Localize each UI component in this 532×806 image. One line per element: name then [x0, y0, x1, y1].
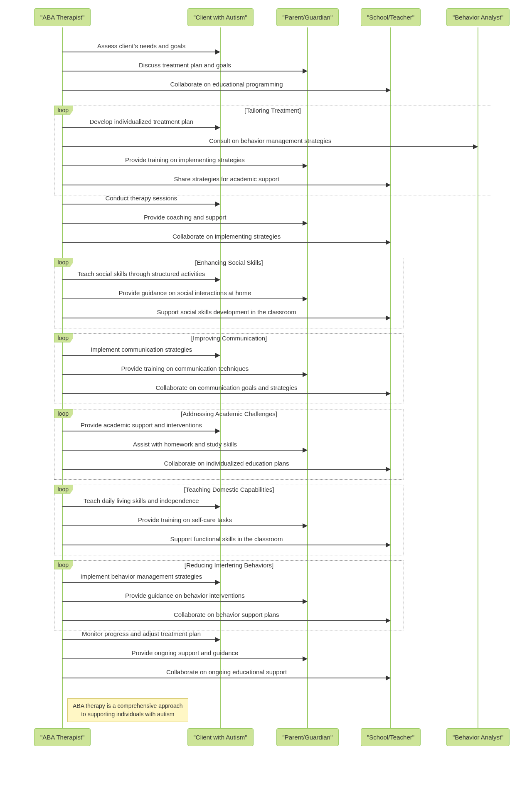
- message-arrow: [62, 450, 303, 451]
- message-label: Teach daily living skills and independen…: [84, 497, 199, 504]
- message-arrow: [62, 506, 216, 507]
- arrowhead-icon: [473, 144, 478, 149]
- message-arrow: [62, 279, 216, 280]
- arrowhead-icon: [386, 391, 391, 396]
- arrowhead-icon: [386, 182, 391, 187]
- arrowhead-icon: [386, 542, 391, 547]
- arrowhead-icon: [215, 277, 220, 282]
- message-arrow: [62, 639, 216, 640]
- arrowhead-icon: [386, 240, 391, 245]
- message-arrow: [62, 374, 303, 375]
- loop-title: [Improving Communication]: [191, 335, 267, 342]
- message-arrow: [62, 601, 303, 602]
- message-label: Discuss treatment plan and goals: [139, 62, 231, 69]
- message-arrow: [62, 525, 303, 526]
- arrowhead-icon: [386, 675, 391, 680]
- message-arrow: [62, 678, 387, 678]
- arrowhead-icon: [303, 69, 308, 74]
- message-label: Provide ongoing support and guidance: [132, 649, 239, 656]
- message-arrow: [62, 582, 216, 583]
- message-label: Implement communication strategies: [91, 346, 192, 353]
- message-label: Collaborate on ongoing educational suppo…: [166, 668, 287, 675]
- participant-teacher-top: "School/Teacher": [361, 8, 421, 26]
- message-arrow: [62, 127, 216, 128]
- arrowhead-icon: [386, 467, 391, 472]
- participant-analyst-top: "Behavior Analyst": [446, 8, 510, 26]
- arrowhead-icon: [303, 656, 308, 661]
- arrowhead-icon: [386, 618, 391, 623]
- message-arrow: [62, 469, 387, 470]
- message-label: Collaborate on communication goals and s…: [156, 384, 298, 391]
- message-arrow: [62, 71, 303, 71]
- message-label: Collaborate on behavior support plans: [174, 611, 279, 618]
- message-label: Provide coaching and support: [144, 214, 226, 221]
- message-arrow: [62, 393, 387, 394]
- arrowhead-icon: [215, 580, 220, 585]
- loop-tab: loop: [54, 333, 73, 343]
- loop-tab: loop: [54, 409, 73, 418]
- arrowhead-icon: [303, 372, 308, 377]
- message-arrow: [62, 620, 387, 621]
- arrowhead-icon: [303, 163, 308, 168]
- message-label: Develop individualized treatment plan: [90, 118, 193, 125]
- loop-title: [Teaching Domestic Capabilities]: [184, 486, 274, 493]
- arrowhead-icon: [215, 504, 220, 509]
- message-label: Conduct therapy sessions: [106, 195, 177, 202]
- arrowhead-icon: [303, 296, 308, 301]
- message-label: Collaborate on individualized education …: [164, 460, 289, 467]
- message-arrow: [62, 52, 216, 52]
- loop-title: [Enhancing Social Skills]: [195, 259, 263, 266]
- message-arrow: [62, 146, 474, 147]
- message-label: Assess client's needs and goals: [97, 42, 185, 49]
- message-arrow: [62, 90, 387, 91]
- loop-tab: loop: [54, 560, 73, 569]
- message-arrow: [62, 658, 303, 659]
- message-label: Consult on behavior management strategie…: [209, 137, 331, 144]
- diagram-note: ABA therapy is a comprehensive approacht…: [67, 698, 188, 722]
- message-arrow: [62, 165, 303, 166]
- arrowhead-icon: [303, 523, 308, 528]
- message-label: Support social skills development in the…: [157, 308, 296, 315]
- loop-title: [Tailoring Treatment]: [244, 107, 301, 114]
- participant-therapist-top: "ABA Therapist": [34, 8, 91, 26]
- participant-client-top: "Client with Autism": [187, 8, 254, 26]
- arrowhead-icon: [215, 49, 220, 54]
- message-label: Provide guidance on social interactions …: [119, 289, 251, 296]
- arrowhead-icon: [386, 88, 391, 93]
- loop-tab: loop: [54, 106, 73, 115]
- arrowhead-icon: [215, 353, 220, 358]
- message-arrow: [62, 223, 303, 224]
- message-label: Collaborate on implementing strategies: [172, 233, 281, 240]
- message-arrow: [62, 204, 216, 205]
- message-arrow: [62, 185, 387, 185]
- message-label: Provide training on implementing strateg…: [125, 156, 245, 163]
- message-label: Implement behavior management strategies: [81, 573, 202, 580]
- message-arrow: [62, 545, 387, 545]
- sequence-diagram: "ABA Therapist""Client with Autism""Pare…: [8, 8, 524, 749]
- arrowhead-icon: [215, 125, 220, 130]
- message-arrow: [62, 318, 387, 318]
- message-label: Teach social skills through structured a…: [78, 270, 205, 277]
- message-arrow: [62, 431, 216, 431]
- arrowhead-icon: [386, 315, 391, 320]
- participant-analyst-bottom: "Behavior Analyst": [446, 728, 510, 746]
- participant-therapist-bottom: "ABA Therapist": [34, 728, 91, 746]
- message-label: Provide academic support and interventio…: [81, 421, 202, 429]
- loop-tab: loop: [54, 258, 73, 267]
- message-label: Assist with homework and study skills: [133, 441, 237, 448]
- message-label: Provide training on communication techni…: [121, 365, 249, 372]
- arrowhead-icon: [215, 202, 220, 207]
- arrowhead-icon: [215, 429, 220, 434]
- message-label: Provide guidance on behavior interventio…: [125, 592, 245, 599]
- participant-parent-top: "Parent/Guardian": [276, 8, 339, 26]
- participant-teacher-bottom: "School/Teacher": [361, 728, 421, 746]
- message-label: Share strategies for academic support: [174, 175, 279, 182]
- message-arrow: [62, 355, 216, 356]
- message-arrow: [62, 298, 303, 299]
- message-arrow: [62, 242, 387, 243]
- message-label: Collaborate on educational programming: [170, 81, 283, 88]
- loop-title: [Reducing Interfering Behaviors]: [185, 562, 273, 569]
- arrowhead-icon: [303, 599, 308, 604]
- loop-tab: loop: [54, 485, 73, 494]
- arrowhead-icon: [303, 221, 308, 226]
